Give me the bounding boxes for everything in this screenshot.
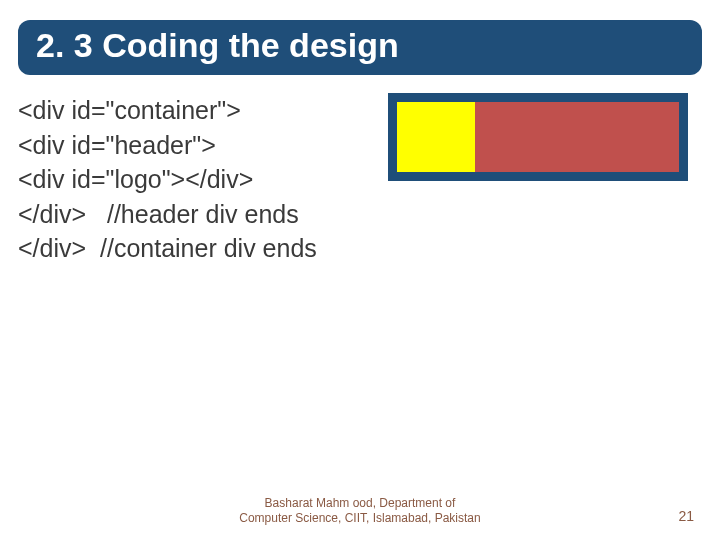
slide-title-bar: 2. 3 Coding the design [18,20,702,75]
footer-attribution: Basharat Mahm ood, Department of Compute… [239,496,480,526]
slide-title: 2. 3 Coding the design [36,26,684,65]
footer-line-2: Computer Science, CIIT, Islamabad, Pakis… [239,511,480,525]
layout-diagram-logo [397,102,475,172]
code-line-4: </div> //header div ends [18,197,702,232]
layout-diagram-banner [475,102,679,172]
layout-diagram-container [388,93,688,181]
slide-content: <div id="container"> <div id="header"> <… [18,93,702,266]
footer-line-1: Basharat Mahm ood, Department of [265,496,456,510]
layout-diagram-header [397,102,679,172]
code-line-5: </div> //container div ends [18,231,702,266]
page-number: 21 [678,508,694,524]
slide-footer: Basharat Mahm ood, Department of Compute… [0,496,720,526]
